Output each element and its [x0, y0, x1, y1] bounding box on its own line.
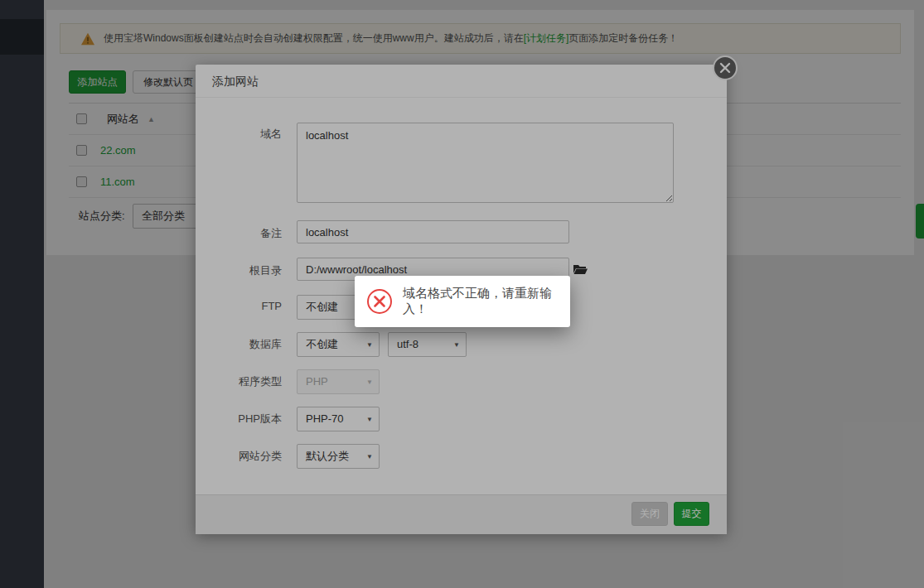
error-toast: 域名格式不正确，请重新输入！	[355, 276, 570, 327]
error-message: 域名格式不正确，请重新输入！	[403, 286, 570, 317]
app-window: 使用宝塔Windows面板创建站点时会自动创建权限配置，统一使用www用户。建站…	[0, 0, 924, 588]
error-icon	[366, 288, 393, 315]
